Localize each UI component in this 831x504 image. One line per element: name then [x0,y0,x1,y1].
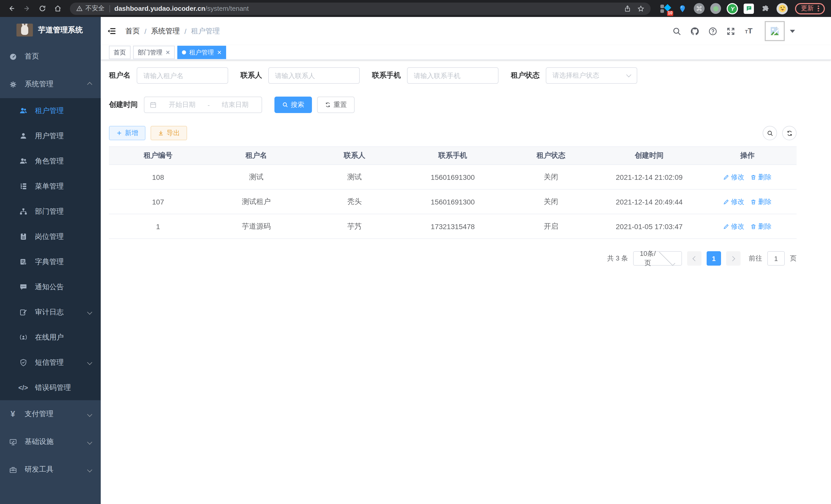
sidebar-submenu-system: 租户管理 用户管理 角色管理 [0,98,101,400]
avatar[interactable] [765,21,785,41]
extension-command-icon[interactable] [694,3,705,14]
sidebar-item-sms[interactable]: 短信管理 [0,350,101,375]
status-select[interactable]: 请选择租户状态 [546,67,637,84]
toggle-search-button[interactable] [763,126,777,140]
contact-input[interactable] [268,67,360,84]
yen-icon: ¥ [9,410,17,418]
header-search-icon[interactable] [672,26,682,36]
sidebar-item-notice[interactable]: 通知公告 [0,274,101,299]
help-icon[interactable] [708,26,718,36]
sidebar-item-dept[interactable]: 部门管理 [0,199,101,224]
chevron-down-icon [659,249,675,266]
share-icon[interactable] [624,5,631,12]
sidebar-item-dict[interactable]: 字典管理 [0,249,101,274]
sidebar-item-online-users[interactable]: 在线用户 [0,325,101,350]
search-icon [767,130,773,137]
edit-link[interactable]: 修改 [723,172,744,182]
sidebar-item-infra[interactable]: 基础设施 [0,428,101,456]
search-button[interactable]: 搜索 [275,97,312,113]
tab-tenant[interactable]: 租户管理 ✕ [177,46,226,59]
font-size-icon[interactable]: TT [744,26,754,36]
browser-home-icon[interactable] [51,2,64,14]
cell-created: 2021-12-14 20:49:44 [600,189,698,214]
sidebar-item-devtools[interactable]: 研发工具 [0,456,101,483]
next-page-button[interactable] [726,251,741,266]
sidebar-item-label: 菜单管理 [35,182,93,191]
tab-home[interactable]: 首页 [109,46,131,59]
col-contact: 联系人 [306,147,404,165]
page-size-select[interactable]: 10条/页 [633,251,682,266]
delete-link[interactable]: 删除 [751,222,772,231]
add-button[interactable]: 新增 [109,126,145,140]
url-host: dashboard.yudao.iocoder.cn [114,5,205,12]
reset-button[interactable]: 重置 [317,97,354,113]
delete-link[interactable]: 删除 [751,197,772,206]
status-label: 租户状态 [511,71,540,80]
breadcrumb-home[interactable]: 首页 [125,26,140,36]
sidebar-item-tenant[interactable]: 租户管理 [0,98,101,123]
prev-page-button[interactable] [687,251,701,266]
export-button[interactable]: 导出 [150,126,187,140]
extension-dot-icon[interactable] [711,3,721,14]
tab-dept[interactable]: 部门管理 ✕ [133,46,175,59]
sidebar-item-label: 角色管理 [35,156,93,166]
edit-link[interactable]: 修改 [723,222,744,231]
cell-contact: 秃头 [306,189,404,214]
start-date-placeholder: 开始日期 [161,100,203,110]
refresh-table-button[interactable] [782,126,797,140]
browser-update-button[interactable]: 更新 [795,3,825,14]
edit-link[interactable]: 修改 [723,197,744,206]
col-created: 创建时间 [600,147,698,165]
mobile-input[interactable] [407,67,498,84]
url-bar[interactable]: 不安全 dashboard.yudao.iocoder.cn/system/te… [70,2,651,14]
sidebar-item-error-code[interactable]: </> 错误码管理 [0,375,101,400]
extensions-puzzle-icon[interactable] [760,3,771,14]
browser-menu-icon[interactable] [818,5,819,11]
goto-page-input[interactable] [767,251,785,266]
sidebar-item-home[interactable]: 首页 [0,42,101,70]
extension-y-icon[interactable]: Y [727,3,738,14]
sidebar-item-label: 系统管理 [25,80,88,89]
url-text[interactable]: dashboard.yudao.iocoder.cn/system/tenant [114,5,618,12]
profile-avatar-icon[interactable] [777,3,788,14]
security-chip[interactable]: 不安全 [76,4,105,13]
breadcrumb-current: 租户管理 [191,26,220,36]
sidebar-item-post[interactable]: 岗位管理 [0,224,101,249]
fullscreen-icon[interactable] [726,26,736,36]
sidebar-toggle-icon[interactable] [106,25,117,37]
browser-forward-icon[interactable] [21,2,33,14]
sidebar-item-label: 支付管理 [25,410,88,419]
extension-chat-icon[interactable] [744,3,754,13]
cell-created: 2021-12-14 21:02:09 [600,165,698,189]
pagination-total: 共 3 条 [607,254,628,263]
sidebar-item-menu[interactable]: 菜单管理 [0,174,101,199]
github-icon[interactable] [690,26,700,36]
breadcrumb-system[interactable]: 系统管理 [151,26,180,36]
tenant-users-icon [19,107,27,115]
pencil-icon [723,199,729,205]
bookmark-star-icon[interactable] [637,5,645,12]
tenant-name-input[interactable] [137,67,228,84]
sidebar-item-pay[interactable]: ¥ 支付管理 [0,400,101,428]
sidebar-item-user[interactable]: 用户管理 [0,123,101,148]
delete-link[interactable]: 删除 [751,172,772,182]
cell-status: 开启 [502,214,600,238]
date-range-picker[interactable]: 开始日期 - 结束日期 [144,97,262,113]
close-icon[interactable]: ✕ [166,50,170,55]
page-1-button[interactable]: 1 [707,251,721,266]
sidebar-item-audit-log[interactable]: 审计日志 [0,299,101,325]
cell-created: 2021-01-05 17:03:47 [600,214,698,238]
close-icon[interactable]: ✕ [217,50,222,55]
sidebar-item-system[interactable]: 系统管理 [0,70,101,98]
extension-tabs-icon[interactable]: 10 [660,3,671,14]
sidebar-item-role[interactable]: 角色管理 [0,148,101,174]
extension-pin-icon[interactable] [677,3,688,14]
navbar: 首页 / 系统管理 / 租户管理 [101,17,831,45]
browser-reload-icon[interactable] [36,2,48,14]
toolbox-icon [9,466,17,474]
user-menu[interactable] [765,21,795,41]
cell-contact: 芋艿 [306,214,404,238]
edit-log-icon [19,308,27,316]
chevron-down-icon [87,360,92,365]
browser-back-icon[interactable] [5,2,18,14]
